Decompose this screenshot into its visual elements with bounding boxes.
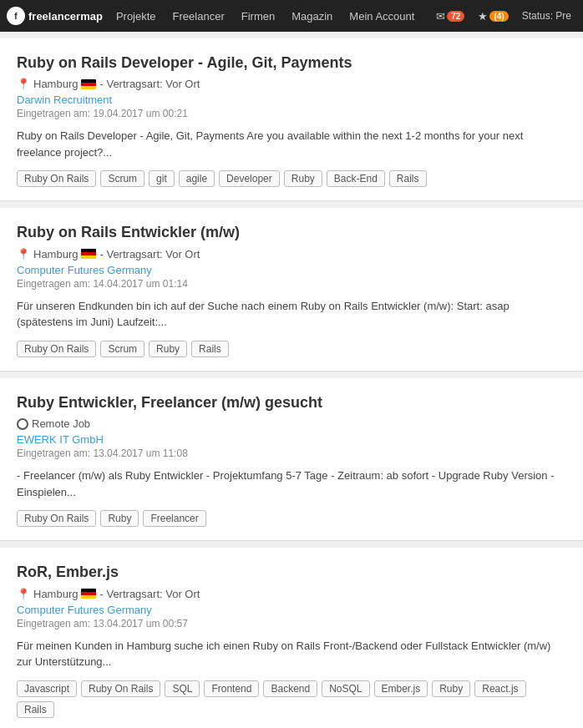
messages-button[interactable]: ✉ 72: [431, 0, 469, 32]
favorites-button[interactable]: ★ (4): [473, 0, 513, 32]
tag[interactable]: Ruby: [100, 510, 139, 527]
listing-date: Eingetragen am: 13.04.2017 um 00:57: [17, 618, 566, 629]
nav-mein-account[interactable]: Mein Account: [341, 0, 423, 32]
listing-title[interactable]: RoR, Ember.js: [17, 563, 566, 582]
tags-container: Ruby On Rails Scrum git agile Developer …: [17, 170, 566, 187]
logo-text: freelancermap: [28, 10, 103, 23]
contract-text: - Vertragsart: Vor Ort: [99, 588, 200, 600]
navbar: f freelancermap Projekte Freelancer Firm…: [0, 0, 583, 32]
nav-firmen[interactable]: Firmen: [233, 0, 283, 32]
pin-icon: 📍: [17, 78, 30, 90]
tag[interactable]: Ruby On Rails: [17, 341, 96, 357]
listing-card: Ruby on Rails Developer - Agile, Git, Pa…: [0, 38, 583, 201]
logo-icon: f: [7, 7, 25, 25]
tag[interactable]: Ruby: [432, 680, 470, 697]
pin-icon: 📍: [17, 588, 30, 600]
company-link[interactable]: Darwin Recruitment: [17, 94, 566, 106]
tag[interactable]: Scrum: [100, 341, 144, 357]
tag[interactable]: SQL: [165, 680, 200, 697]
listing-location: 📍 Hamburg - Vertragsart: Vor Ort: [17, 248, 566, 260]
tags-container: Javascript Ruby On Rails SQL Frontend Ba…: [17, 680, 566, 718]
listing-date: Eingetragen am: 13.04.2017 um 11:08: [17, 447, 566, 459]
listing-location: 📍 Hamburg - Vertragsart: Vor Ort: [17, 588, 566, 600]
listing-location: 📍 Hamburg - Vertragsart: Vor Ort: [17, 78, 566, 90]
tag[interactable]: Ruby: [284, 170, 322, 187]
tag[interactable]: agile: [179, 170, 215, 187]
tag[interactable]: Backend: [263, 680, 317, 697]
listing-card: Ruby on Rails Entwickler (m/w) 📍 Hamburg…: [0, 208, 583, 371]
nav-right: ✉ 72 ★ (4) Status: Pre: [431, 0, 576, 32]
location-text: Hamburg: [33, 78, 78, 90]
tag[interactable]: NoSQL: [322, 680, 369, 697]
tag[interactable]: Freelancer: [143, 510, 205, 527]
logo[interactable]: f freelancermap: [7, 7, 103, 25]
listing-date: Eingetragen am: 14.04.2017 um 01:14: [17, 278, 566, 290]
listing-desc: - Freelancer (m/w) als Ruby Entwickler -…: [17, 468, 566, 500]
tag[interactable]: Frontend: [204, 680, 259, 697]
listings-container: Ruby on Rails Developer - Agile, Git, Pa…: [0, 32, 583, 728]
message-icon: ✉: [436, 10, 445, 23]
tag[interactable]: Rails: [191, 341, 229, 357]
contract-text: - Vertragsart: Vor Ort: [99, 248, 200, 260]
flag-de: [81, 249, 96, 259]
company-link[interactable]: Computer Futures Germany: [17, 604, 566, 616]
tag[interactable]: Rails: [17, 701, 54, 718]
tag[interactable]: React.js: [474, 680, 525, 697]
tag[interactable]: Ember.js: [374, 680, 428, 697]
location-text: Hamburg: [33, 588, 78, 600]
listing-title[interactable]: Ruby Entwickler, Freelancer (m/w) gesuch…: [17, 393, 566, 412]
star-badge: (4): [489, 11, 508, 22]
contract-text: - Vertragsart: Vor Ort: [99, 78, 200, 90]
tags-container: Ruby On Rails Scrum Ruby Rails: [17, 341, 566, 357]
location-text: Hamburg: [33, 248, 78, 260]
listing-card: Ruby Entwickler, Freelancer (m/w) gesuch…: [0, 378, 583, 541]
listing-title[interactable]: Ruby on Rails Developer - Agile, Git, Pa…: [17, 53, 566, 73]
listing-desc: Für meinen Kunden in Hamburg suche ich e…: [17, 638, 566, 670]
star-icon: ★: [478, 10, 488, 23]
tags-container: Ruby On Rails Ruby Freelancer: [17, 510, 566, 527]
tag[interactable]: Developer: [219, 170, 280, 187]
nav-projekte[interactable]: Projekte: [108, 0, 165, 32]
tag[interactable]: Rails: [389, 170, 427, 187]
nav-freelancer[interactable]: Freelancer: [165, 0, 233, 32]
flag-de: [81, 79, 96, 89]
tag[interactable]: Javascript: [17, 680, 77, 697]
company-link[interactable]: Computer Futures Germany: [17, 264, 566, 276]
tag[interactable]: Ruby On Rails: [17, 170, 96, 187]
globe-icon: [17, 418, 28, 430]
location-text: Remote Job: [32, 417, 90, 430]
company-link[interactable]: EWERK IT GmbH: [17, 433, 566, 446]
flag-de: [81, 589, 96, 599]
tag[interactable]: Ruby: [149, 341, 187, 357]
pin-icon: 📍: [17, 248, 30, 260]
tag[interactable]: Ruby On Rails: [81, 680, 160, 697]
listing-title[interactable]: Ruby on Rails Entwickler (m/w): [17, 223, 566, 242]
listing-desc: Ruby on Rails Developer - Agile, Git, Pa…: [17, 128, 566, 160]
nav-magazin[interactable]: Magazin: [283, 0, 341, 32]
listing-date: Eingetragen am: 19.04.2017 um 00:21: [17, 108, 566, 119]
tag[interactable]: Scrum: [100, 170, 144, 187]
listing-desc: Für unseren Endkunden bin ich auf der Su…: [17, 298, 566, 331]
status-label: Status: Pre: [517, 10, 576, 22]
tag[interactable]: git: [149, 170, 175, 187]
listing-location: Remote Job: [17, 417, 566, 430]
listing-card: RoR, Ember.js 📍 Hamburg - Vertragsart: V…: [0, 548, 583, 728]
tag[interactable]: Ruby On Rails: [17, 510, 96, 527]
message-badge: 72: [447, 11, 464, 22]
tag[interactable]: Back-End: [327, 170, 385, 187]
